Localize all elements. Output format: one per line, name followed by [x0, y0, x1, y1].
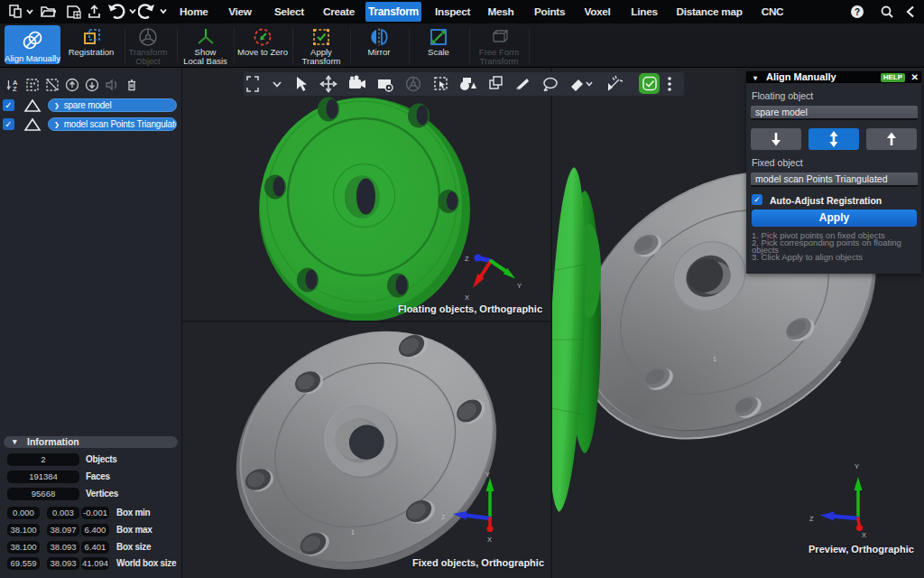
svg-text:Y: Y: [517, 282, 522, 290]
svg-text:1: 1: [713, 356, 716, 362]
svg-text:X: X: [862, 531, 866, 539]
svg-text:Z: Z: [441, 513, 446, 521]
svg-text:Y: Y: [485, 471, 490, 479]
svg-text:Z: Z: [13, 85, 17, 92]
svg-text:X: X: [465, 294, 469, 302]
svg-text:?: ?: [855, 7, 860, 17]
svg-text:Y: Y: [855, 462, 859, 471]
svg-text:X: X: [487, 536, 492, 544]
svg-text:Z: Z: [465, 255, 469, 263]
svg-text:Z: Z: [809, 515, 814, 523]
svg-text:1: 1: [351, 529, 355, 536]
